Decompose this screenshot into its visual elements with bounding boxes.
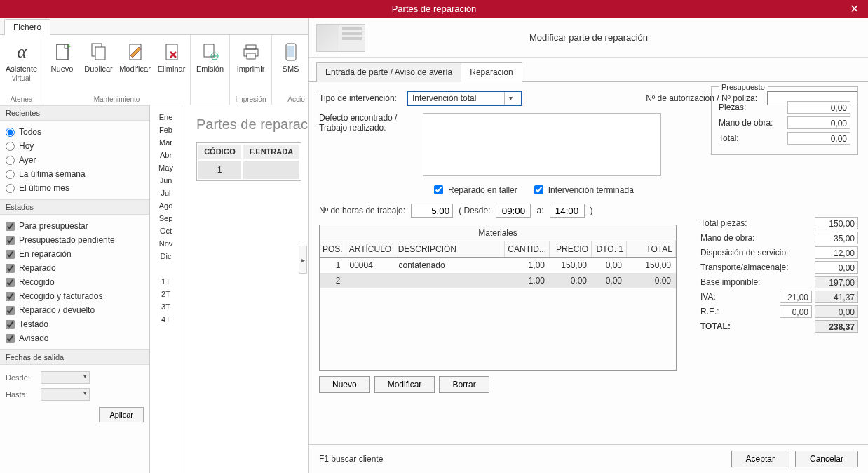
chk-taller[interactable]: Reparado en taller: [431, 183, 517, 196]
reciente-1[interactable]: Hoy: [6, 139, 144, 153]
ribbon-sms[interactable]: SMS: [278, 38, 304, 76]
tab-entrada[interactable]: Entrada de parte / Aviso de avería: [316, 62, 461, 82]
tipo-combo[interactable]: Intervención total ▾: [407, 91, 522, 106]
chk-terminada[interactable]: Intervención terminada: [531, 183, 634, 196]
footer-hint: F1 buscar cliente: [319, 454, 383, 464]
hasta-combo[interactable]: [41, 388, 90, 401]
printer-icon: [240, 41, 262, 63]
materials-grid: Materiales POS.ARTÍCULODESCRIPCIÓNCANTID…: [319, 225, 677, 371]
month-Mar[interactable]: Mar: [150, 136, 182, 149]
month-3T[interactable]: 3T: [150, 300, 182, 313]
month-Sep[interactable]: Sep: [150, 212, 182, 225]
defect-label: Defecto encontrado / Trabajo realizado:: [319, 113, 417, 176]
estado-5[interactable]: Recogido y facturados: [6, 289, 144, 303]
month-4T[interactable]: 4T: [150, 313, 182, 326]
ribbon-duplicar[interactable]: Duplicar: [81, 38, 116, 76]
dialog-title: Modificar parte de reparación: [529, 32, 648, 43]
total-piezas[interactable]: 150,00: [815, 217, 858, 229]
month-Ene[interactable]: Ene: [150, 111, 182, 124]
window-titlebar: Partes de reparación ✕: [0, 0, 868, 18]
estado-6[interactable]: Reparado / devuelto: [6, 303, 144, 317]
ribbon-asistente[interactable]: α Asistente virtual: [4, 38, 39, 85]
tab-reparacion[interactable]: Reparación: [461, 62, 522, 82]
aceptar-button[interactable]: Aceptar: [731, 451, 789, 467]
aplicar-button[interactable]: Aplicar: [99, 407, 144, 422]
total-grand: 238,37: [815, 320, 858, 333]
reciente-0[interactable]: Todos: [6, 125, 144, 139]
month-Dic[interactable]: Dic: [150, 250, 182, 262]
mat-modificar-button[interactable]: Modificar: [374, 376, 435, 393]
defect-textarea[interactable]: [423, 113, 661, 176]
ribbon-modificar[interactable]: Modificar: [118, 38, 153, 76]
tipo-label: Tipo de intervención:: [319, 93, 397, 103]
col-fentrada[interactable]: F.ENTRADA: [243, 145, 299, 159]
total-trans[interactable]: 0,00: [815, 261, 858, 274]
expand-handle-icon[interactable]: ▸: [299, 246, 307, 274]
estado-2[interactable]: En reparación: [6, 247, 144, 261]
estados-header: Estados: [0, 199, 149, 215]
estado-1[interactable]: Presupuestado pendiente: [6, 233, 144, 247]
month-Nov[interactable]: Nov: [150, 237, 182, 250]
hasta-label: Hasta:: [6, 390, 36, 399]
preview-icon: [316, 24, 365, 52]
mat-col-6[interactable]: TOTAL: [627, 241, 676, 258]
presu-total[interactable]: 0,00: [787, 132, 850, 145]
mat-col-0[interactable]: POS.: [320, 241, 346, 258]
month-Feb[interactable]: Feb: [150, 124, 182, 136]
presu-piezas[interactable]: 0,00: [787, 101, 850, 114]
ribbon-nuevo[interactable]: + Nuevo: [45, 38, 80, 76]
month-Oct[interactable]: Oct: [150, 225, 182, 237]
desde-combo[interactable]: [41, 371, 90, 384]
hasta-time[interactable]: [550, 204, 585, 218]
svg-text:α: α: [17, 41, 27, 62]
mat-col-1[interactable]: ARTÍCULO: [346, 241, 395, 258]
emit-icon: [199, 41, 222, 63]
svg-rect-7: [204, 44, 214, 57]
month-May[interactable]: May: [150, 161, 182, 174]
total-disp[interactable]: 12,00: [815, 246, 858, 259]
presu-mano[interactable]: 0,00: [787, 116, 850, 129]
month-Jun[interactable]: Jun: [150, 174, 182, 187]
ribbon-emision[interactable]: Emisión: [193, 38, 228, 76]
reciente-3[interactable]: La última semana: [6, 167, 144, 181]
ribbon-group-impresion: Impresión: [230, 95, 271, 103]
month-Ago[interactable]: Ago: [150, 199, 182, 212]
col-codigo[interactable]: CÓDIGO: [198, 145, 241, 159]
ribbon-tab-fichero[interactable]: Fichero: [4, 19, 50, 35]
estado-7[interactable]: Testado: [6, 317, 144, 331]
material-row[interactable]: 100004contatenado1,00150,000,00150,00: [320, 258, 676, 273]
close-icon[interactable]: ✕: [840, 0, 868, 18]
ribbon-eliminar[interactable]: Eliminar: [154, 38, 189, 76]
desde-label: Desde:: [6, 373, 36, 382]
filter-panel: Recientes Todos Hoy Ayer La última seman…: [0, 105, 150, 473]
month-1T[interactable]: 1T: [150, 275, 182, 288]
table-row[interactable]: 1: [198, 161, 299, 179]
re-pct[interactable]: 0,00: [780, 305, 812, 318]
dialog-tabs: Entrada de parte / Aviso de avería Repar…: [309, 62, 868, 82]
reciente-4[interactable]: El último mes: [6, 181, 144, 195]
total-mano[interactable]: 35,00: [815, 232, 858, 244]
svg-rect-9: [246, 45, 256, 49]
desde-time[interactable]: [496, 204, 531, 218]
mat-col-2[interactable]: DESCRIPCIÓN: [395, 241, 504, 258]
cancelar-button[interactable]: Cancelar: [795, 451, 858, 467]
iva-pct[interactable]: 21,00: [780, 291, 812, 303]
mat-col-3[interactable]: CANTID...: [505, 241, 550, 258]
month-2T[interactable]: 2T: [150, 288, 182, 300]
horas-input[interactable]: [411, 204, 453, 218]
mat-col-5[interactable]: DTO. 1: [592, 241, 627, 258]
mat-col-4[interactable]: PRECIO: [550, 241, 592, 258]
estado-0[interactable]: Para presupuestar: [6, 219, 144, 233]
mat-borrar-button[interactable]: Borrar: [439, 376, 489, 393]
month-Abr[interactable]: Abr: [150, 149, 182, 161]
mat-nuevo-button[interactable]: Nuevo: [319, 376, 370, 393]
estado-3[interactable]: Reparado: [6, 261, 144, 275]
estado-8[interactable]: Avisado: [6, 331, 144, 345]
svg-rect-11: [247, 53, 255, 59]
reciente-2[interactable]: Ayer: [6, 153, 144, 167]
month-Jul[interactable]: Jul: [150, 187, 182, 199]
material-row[interactable]: 21,000,000,000,00: [320, 273, 676, 288]
estado-4[interactable]: Recogido: [6, 275, 144, 289]
ribbon-imprimir[interactable]: Imprimir: [233, 38, 269, 76]
partes-table: CÓDIGO F.ENTRADA 1: [196, 142, 301, 181]
